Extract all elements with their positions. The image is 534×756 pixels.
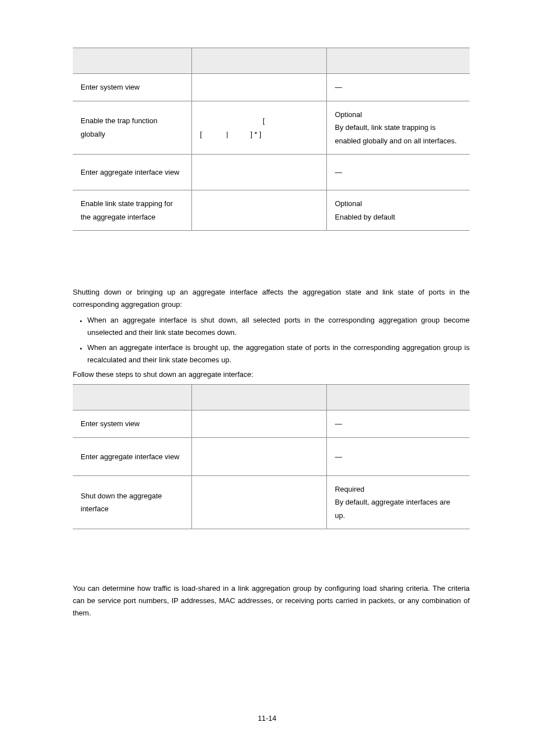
- table-row: Enter system view —: [73, 74, 470, 101]
- cell: [ [ | ] * ]: [192, 101, 327, 154]
- table-row: Enter system view —: [73, 410, 470, 437]
- remark-line: Enabled by default: [335, 211, 462, 223]
- list-item: When an aggregate interface is shut down…: [87, 314, 470, 339]
- cell: —: [327, 154, 470, 190]
- page-number: 11-14: [0, 714, 534, 722]
- table-row: Shut down the aggregate interface Requir…: [73, 475, 470, 529]
- remark-line: Optional: [335, 108, 462, 121]
- cell: Enter aggregate interface view: [73, 437, 192, 475]
- th-command: Use the command...: [192, 48, 327, 74]
- config-table-shutdown: To do... Use the command... Remarks Ente…: [73, 384, 470, 529]
- cell: [192, 190, 327, 231]
- cell: Enter system view: [73, 74, 192, 101]
- bullet-list: When an aggregate interface is shut down…: [73, 314, 470, 366]
- remark-line: By default, link state trapping is enabl…: [335, 121, 462, 147]
- cell: Enable the trap function globally: [73, 101, 192, 154]
- cell: —: [327, 74, 470, 101]
- cell: [192, 475, 327, 529]
- cell: Required By default, aggregate interface…: [327, 475, 470, 529]
- table-row: Enter aggregate interface view —: [73, 437, 470, 475]
- cell: —: [327, 437, 470, 475]
- paragraph: You can determine how traffic is load-sh…: [73, 582, 470, 619]
- cell: Optional By default, link state trapping…: [327, 101, 470, 154]
- th-command: Use the command...: [192, 384, 327, 410]
- table-row: Enter aggregate interface view —: [73, 154, 470, 190]
- table-row: Enable the trap function globally [ [ | …: [73, 101, 470, 154]
- cell: [192, 74, 327, 101]
- cell: Optional Enabled by default: [327, 190, 470, 231]
- th-todo: To do...: [73, 384, 192, 410]
- cell: Shut down the aggregate interface: [73, 475, 192, 529]
- config-table-trap: To do... Use the command... Remarks Ente…: [73, 48, 470, 231]
- list-item: When an aggregate interface is brought u…: [87, 342, 470, 366]
- cell: Enable link state trapping for the aggre…: [73, 190, 192, 231]
- cell: [192, 437, 327, 475]
- remark-line: By default, aggregate interfaces are up.: [335, 496, 462, 522]
- cell: [192, 154, 327, 190]
- table-row: Enable link state trapping for the aggre…: [73, 190, 470, 231]
- cell: [192, 410, 327, 437]
- cell: —: [327, 410, 470, 437]
- paragraph: Follow these steps to shut down an aggre…: [73, 368, 470, 381]
- th-todo: To do...: [73, 48, 192, 74]
- cell: Enter aggregate interface view: [73, 154, 192, 190]
- remark-line: Optional: [335, 197, 462, 210]
- remark-line: Required: [335, 483, 462, 496]
- th-remarks: Remarks: [327, 48, 470, 74]
- paragraph: Shutting down or bringing up an aggregat…: [73, 286, 470, 311]
- cell: Enter system view: [73, 410, 192, 437]
- th-remarks: Remarks: [327, 384, 470, 410]
